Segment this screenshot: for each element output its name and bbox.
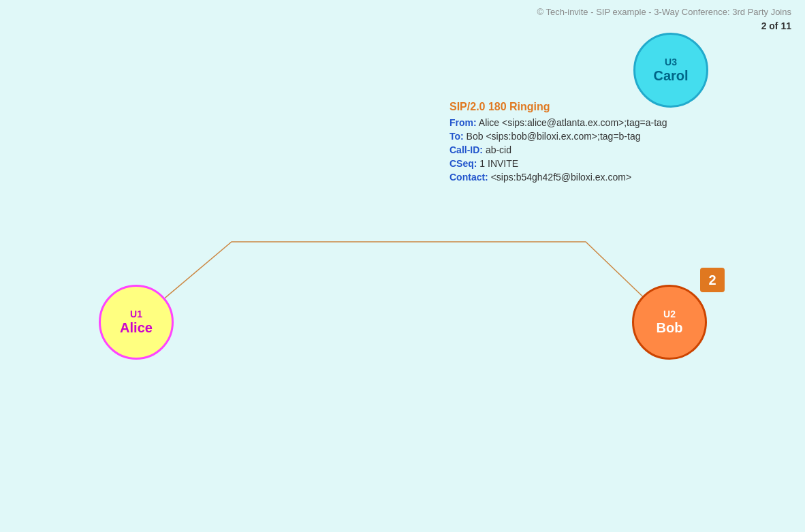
alice-name: Alice <box>120 319 153 336</box>
sip-contact: Contact: <sips:b54gh42f5@biloxi.ex.com> <box>449 172 667 183</box>
sip-cseq: CSeq: 1 INVITE <box>449 158 667 169</box>
node-alice: U1 Alice <box>99 285 174 360</box>
bob-id: U2 <box>663 309 676 320</box>
step-badge: 2 <box>700 268 725 292</box>
sip-contact-label: Contact: <box>449 172 488 183</box>
sip-callid-label: Call-ID: <box>449 144 483 155</box>
sip-cseq-value: 1 INVITE <box>477 158 518 169</box>
sip-callid-value: ab-cid <box>483 144 511 155</box>
bob-name: Bob <box>657 319 683 336</box>
sip-callid: Call-ID: ab-cid <box>449 144 667 155</box>
sip-to-value: Bob <sips:bob@biloxi.ex.com>;tag=b-tag <box>464 131 641 142</box>
sip-from-label: From: <box>449 117 477 128</box>
page-indicator: 2 of 11 <box>761 20 791 31</box>
sip-status-line: SIP/2.0 180 Ringing <box>449 101 667 113</box>
node-bob: U2 Bob <box>632 285 707 360</box>
sip-cseq-label: CSeq: <box>449 158 477 169</box>
copyright-text: © Tech-invite - SIP example - 3-Way Conf… <box>537 7 792 17</box>
alice-id: U1 <box>130 309 142 320</box>
node-carol: U3 Carol <box>633 33 708 108</box>
sip-message: SIP/2.0 180 Ringing From: Alice <sips:al… <box>449 101 667 185</box>
sip-from: From: Alice <sips:alice@atlanta.ex.com>;… <box>449 117 667 128</box>
sip-to: To: Bob <sips:bob@biloxi.ex.com>;tag=b-t… <box>449 131 667 142</box>
carol-name: Carol <box>653 67 688 84</box>
sip-contact-value: <sips:b54gh42f5@biloxi.ex.com> <box>488 172 631 183</box>
sip-from-value: Alice <sips:alice@atlanta.ex.com>;tag=a-… <box>477 117 667 128</box>
carol-id: U3 <box>665 57 677 68</box>
sip-to-label: To: <box>449 131 464 142</box>
